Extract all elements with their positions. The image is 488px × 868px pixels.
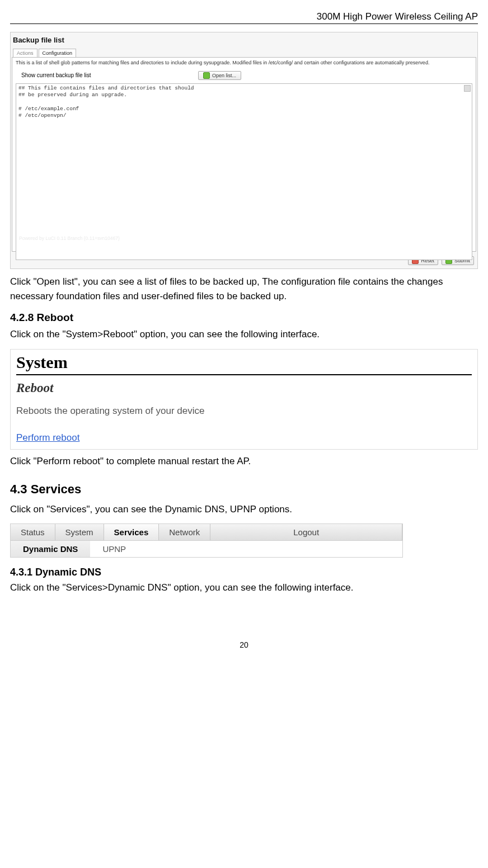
tab-actions[interactable]: Actions [13,49,37,57]
reboot-desc: Reboots the operating system of your dev… [16,405,472,417]
heading-dynamic-dns: 4.3.1 Dynamic DNS [10,567,478,578]
tab-row: Actions Configuration [13,49,476,57]
reboot-system-heading: System [16,353,472,375]
paragraph-ddns-intro: Click on the "Services>Dynamic DNS" opti… [10,581,478,595]
tab-configuration[interactable]: Configuration [39,49,77,57]
page-number: 20 [10,640,478,649]
heading-services: 4.3 Services [10,482,478,497]
doc-header: 300M High Power Wireless Ceiling AP [10,11,478,24]
luci-footer: Powered by LuCI 0.11 Branch (0.11+svn104… [19,235,472,241]
backup-file-textarea[interactable]: ## This file contains files and director… [16,83,472,260]
scrollbar-handle[interactable] [464,85,471,92]
nav-services[interactable]: Services [104,524,159,540]
perform-reboot-link[interactable]: Perform reboot [16,432,79,443]
backup-description: This is a list of shell glob patterns fo… [16,60,472,67]
open-list-button[interactable]: Open list... [198,71,241,80]
list-add-icon [203,72,210,79]
backup-file-content: ## This file contains files and director… [18,85,194,119]
subnav-dynamic-dns[interactable]: Dynamic DNS [11,541,90,557]
sub-nav: Dynamic DNS UPNP [11,541,402,557]
screenshot-reboot: System Reboot Reboots the operating syst… [10,349,478,450]
show-list-label: Show current backup file list [21,72,195,78]
screenshot-backup-file-list: Backup file list Actions Configuration T… [10,32,478,269]
paragraph-reboot-intro: Click on the "System>Reboot" option, you… [10,327,478,342]
subnav-upnp[interactable]: UPNP [90,541,138,557]
reboot-subheading: Reboot [16,381,472,395]
tab-body: This is a list of shell glob patterns fo… [12,57,476,252]
doc-title: 300M High Power Wireless Ceiling AP [317,11,478,22]
screenshot-services-nav: Status System Services Network Logout Dy… [10,523,403,558]
nav-status[interactable]: Status [11,524,55,540]
paragraph-open-list: Click "Open list", you can see a list of… [10,275,478,304]
paragraph-services-intro: Click on "Services", you can see the Dyn… [10,502,478,517]
main-nav: Status System Services Network Logout [11,524,402,541]
nav-logout[interactable]: Logout [210,524,402,540]
open-list-label: Open list... [212,73,236,78]
heading-reboot: 4.2.8 Reboot [10,312,478,324]
nav-network[interactable]: Network [159,524,210,540]
paragraph-perform-reboot: Click "Perform reboot" to complete manua… [10,454,478,469]
nav-system[interactable]: System [55,524,104,540]
panel-title: Backup file list [12,34,476,49]
